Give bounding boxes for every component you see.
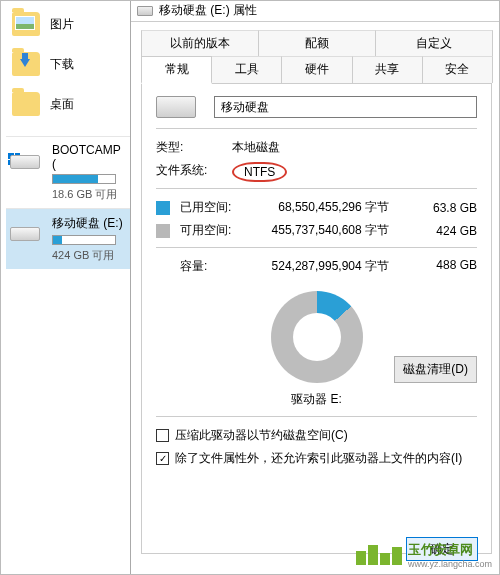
compress-checkbox-row[interactable]: 压缩此驱动器以节约磁盘空间(C): [156, 427, 477, 444]
dialog-title: 移动硬盘 (E:) 属性: [159, 2, 257, 19]
capacity-bytes: 524,287,995,904 字节: [250, 258, 415, 275]
sidebar-item-label: 桌面: [50, 96, 74, 113]
free-legend-icon: [156, 224, 170, 238]
index-label: 除了文件属性外，还允许索引此驱动器上文件的内容(I): [175, 450, 462, 467]
sidebar-item-label: 图片: [50, 16, 74, 33]
drive-letter-label: 驱动器 E:: [156, 391, 477, 408]
used-gb: 63.8 GB: [415, 201, 477, 215]
capacity-row: 容量: 524,287,995,904 字节 488 GB: [156, 258, 477, 275]
properties-dialog: 移动硬盘 (E:) 属性 以前的版本 配额 自定义 常规 工具 硬件 共享 安全…: [130, 0, 500, 575]
used-legend-icon: [156, 201, 170, 215]
drive-item-bootcamp[interactable]: BOOTCAMP ( 18.6 GB 可用: [6, 136, 130, 208]
sidebar-item-downloads[interactable]: 下载: [6, 44, 130, 84]
filesystem-value: NTFS: [232, 162, 287, 182]
general-panel: 类型: 本地磁盘 文件系统: NTFS 已用空间: 68,550,455,296…: [141, 84, 492, 554]
index-checkbox[interactable]: [156, 452, 169, 465]
disk-cleanup-button[interactable]: 磁盘清理(D): [394, 356, 477, 383]
drive-usage-bar: [52, 174, 116, 184]
free-label: 可用空间:: [180, 222, 250, 239]
drive-large-icon: [156, 96, 196, 118]
used-space-row: 已用空间: 68,550,455,296 字节 63.8 GB: [156, 199, 477, 216]
capacity-label: 容量:: [156, 258, 250, 275]
usage-donut-chart: [271, 291, 363, 383]
drive-usage-bar: [52, 235, 116, 245]
index-checkbox-row[interactable]: 除了文件属性外，还允许索引此驱动器上文件的内容(I): [156, 450, 477, 467]
tab-previous-versions[interactable]: 以前的版本: [141, 30, 259, 56]
sidebar-item-label: 下载: [50, 56, 74, 73]
drive-name: BOOTCAMP (: [52, 143, 126, 171]
title-bar[interactable]: 移动硬盘 (E:) 属性: [131, 0, 500, 22]
compress-checkbox[interactable]: [156, 429, 169, 442]
drive-title-icon: [137, 6, 153, 16]
tab-hardware[interactable]: 硬件: [281, 56, 352, 83]
tab-sharing[interactable]: 共享: [352, 56, 423, 83]
compress-label: 压缩此驱动器以节约磁盘空间(C): [175, 427, 348, 444]
drive-icon: [10, 219, 44, 241]
tab-customize[interactable]: 自定义: [375, 30, 493, 56]
tab-general[interactable]: 常规: [141, 56, 212, 84]
tab-quota[interactable]: 配额: [258, 30, 376, 56]
tab-container: 以前的版本 配额 自定义 常规 工具 硬件 共享 安全 类型: 本地磁盘 文件系…: [131, 22, 500, 554]
drive-list: BOOTCAMP ( 18.6 GB 可用 移动硬盘 (E:) 424 GB 可…: [6, 136, 130, 269]
ok-button[interactable]: 确定: [406, 537, 478, 561]
free-space-row: 可用空间: 455,737,540,608 字节 424 GB: [156, 222, 477, 239]
pictures-folder-icon: [12, 12, 40, 36]
filesystem-label: 文件系统:: [156, 162, 232, 182]
free-gb: 424 GB: [415, 224, 477, 238]
drive-item-removable[interactable]: 移动硬盘 (E:) 424 GB 可用: [6, 208, 130, 269]
sidebar-item-pictures[interactable]: 图片: [6, 4, 130, 44]
explorer-sidebar: 图片 下载 桌面 BOOTCAMP ( 18.6 GB 可用 移动硬盘 (E:): [0, 0, 130, 575]
type-value: 本地磁盘: [232, 139, 280, 156]
drive-name-input[interactable]: [214, 96, 477, 118]
drive-name: 移动硬盘 (E:): [52, 215, 126, 232]
drive-icon: [10, 147, 44, 169]
downloads-folder-icon: [12, 52, 40, 76]
tab-tools[interactable]: 工具: [211, 56, 282, 83]
drive-free-text: 424 GB 可用: [52, 248, 126, 263]
type-label: 类型:: [156, 139, 232, 156]
tab-security[interactable]: 安全: [422, 56, 493, 83]
used-label: 已用空间:: [180, 199, 250, 216]
free-bytes: 455,737,540,608 字节: [250, 222, 415, 239]
desktop-folder-icon: [12, 92, 40, 116]
drive-free-text: 18.6 GB 可用: [52, 187, 126, 202]
sidebar-item-desktop[interactable]: 桌面: [6, 84, 130, 124]
used-bytes: 68,550,455,296 字节: [250, 199, 415, 216]
capacity-gb: 488 GB: [415, 258, 477, 275]
